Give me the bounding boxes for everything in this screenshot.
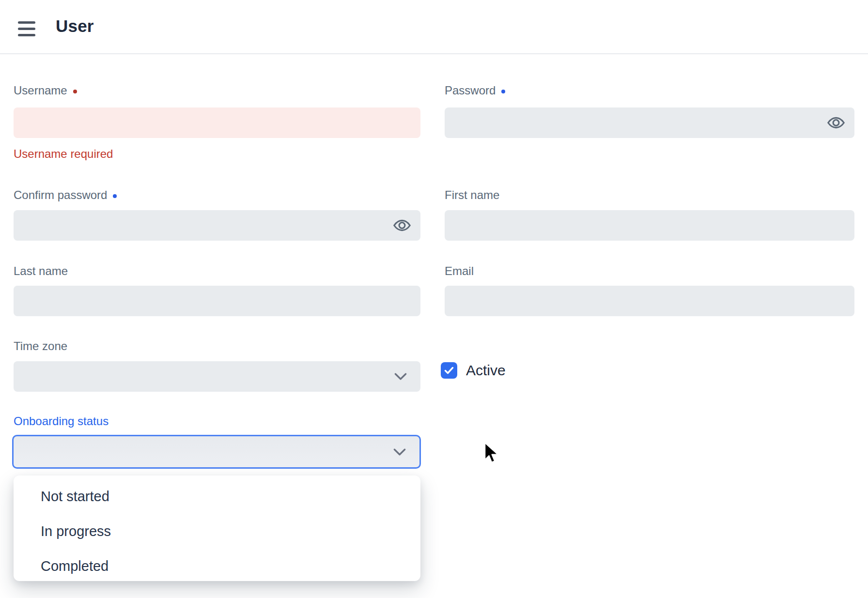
active-checkbox[interactable] bbox=[441, 362, 457, 379]
dropdown-option-not-started[interactable]: Not started bbox=[14, 479, 420, 514]
first-name-field bbox=[445, 210, 854, 241]
active-checkbox-row[interactable]: Active bbox=[441, 362, 506, 379]
chevron-down-icon bbox=[392, 447, 407, 457]
password-label: Password bbox=[445, 83, 505, 98]
username-error: Username required bbox=[14, 147, 113, 161]
last-name-field bbox=[14, 286, 420, 316]
active-label: Active bbox=[466, 362, 506, 379]
app-header: User bbox=[0, 0, 868, 54]
last-name-label: Last name bbox=[14, 264, 68, 278]
onboarding-status-dropdown: Not started In progress Completed bbox=[14, 475, 420, 581]
confirm-password-field bbox=[14, 210, 420, 241]
confirm-password-input[interactable] bbox=[14, 210, 420, 241]
toggle-confirm-password-visibility-button[interactable] bbox=[392, 218, 412, 233]
required-dot-icon bbox=[73, 90, 77, 93]
first-name-label: First name bbox=[445, 188, 499, 202]
password-input[interactable] bbox=[445, 107, 854, 138]
page-title: User bbox=[56, 16, 94, 36]
dropdown-option-completed[interactable]: Completed bbox=[14, 549, 420, 583]
user-form-screen: User Username Username required Password… bbox=[0, 0, 868, 598]
email-input[interactable] bbox=[445, 286, 854, 316]
required-dot-icon bbox=[501, 90, 505, 93]
time-zone-select[interactable] bbox=[14, 361, 420, 392]
onboarding-status-select[interactable] bbox=[12, 435, 421, 469]
username-field bbox=[14, 107, 420, 138]
last-name-input[interactable] bbox=[14, 286, 420, 316]
confirm-password-label: Confirm password bbox=[14, 188, 117, 202]
checkmark-icon bbox=[444, 366, 454, 375]
time-zone-label: Time zone bbox=[14, 339, 67, 353]
chevron-down-icon bbox=[393, 372, 408, 382]
onboarding-status-label: Onboarding status bbox=[14, 414, 108, 429]
eye-icon bbox=[393, 218, 411, 232]
hamburger-menu-icon[interactable] bbox=[18, 21, 35, 36]
email-field bbox=[445, 286, 854, 316]
username-label: Username bbox=[14, 83, 77, 98]
dropdown-option-in-progress[interactable]: In progress bbox=[14, 514, 420, 549]
toggle-password-visibility-button[interactable] bbox=[826, 115, 846, 131]
first-name-input[interactable] bbox=[445, 210, 854, 241]
required-dot-icon bbox=[113, 194, 117, 198]
username-input[interactable] bbox=[14, 107, 420, 138]
mouse-cursor bbox=[483, 442, 499, 467]
eye-icon bbox=[827, 116, 845, 130]
email-label: Email bbox=[445, 264, 474, 278]
password-field bbox=[445, 107, 854, 138]
